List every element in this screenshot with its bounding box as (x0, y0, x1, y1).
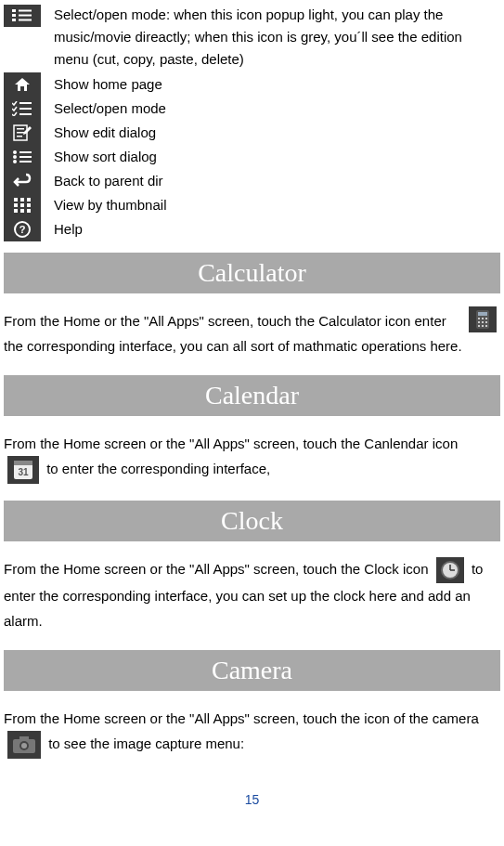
clock-app-icon (436, 557, 464, 583)
svg-rect-31 (478, 312, 487, 316)
svg-rect-20 (20, 198, 24, 202)
svg-rect-36 (482, 321, 484, 323)
svg-rect-32 (478, 318, 480, 319)
toolbar-item-label: Help (48, 219, 500, 241)
svg-rect-3 (19, 10, 32, 12)
svg-rect-38 (478, 325, 480, 327)
help-icon: ? (4, 217, 41, 241)
icon-cell (4, 4, 48, 28)
svg-rect-1 (12, 14, 16, 17)
svg-rect-6 (19, 102, 32, 104)
svg-rect-21 (27, 198, 31, 202)
section-body-clock: From the Home screen or the "All Apps" s… (0, 551, 504, 639)
sort-icon (4, 145, 41, 169)
svg-rect-42 (14, 461, 32, 465)
toolbar-item-label: View by thumbnail (48, 195, 500, 216)
camera-text-post: to see the image capture menu: (48, 735, 244, 751)
section-header-clock: Clock (4, 501, 500, 541)
svg-rect-22 (14, 203, 18, 207)
svg-text:31: 31 (18, 467, 29, 477)
select-open-mode-icon (4, 5, 41, 27)
svg-rect-27 (27, 209, 31, 213)
svg-rect-5 (19, 20, 32, 21)
calculator-app-icon (469, 306, 497, 332)
svg-point-13 (13, 150, 17, 154)
svg-rect-39 (482, 325, 484, 327)
section-header-camera: Camera (4, 650, 500, 691)
svg-rect-49 (19, 736, 29, 740)
svg-rect-34 (485, 318, 487, 319)
section-body-camera: From the Home screen or the "All Apps" s… (0, 700, 504, 764)
list-check-icon (4, 97, 41, 121)
toolbar-icon-list: Show home page Select/open mode (0, 72, 504, 241)
section-body-calculator: From the Home or the "All Apps" screen, … (0, 303, 504, 364)
page-number: 15 (0, 792, 504, 814)
calendar-text-pre: From the Home screen or the "All Apps" s… (4, 436, 458, 451)
calculator-text-pre: From the Home or the "All Apps" screen, … (4, 313, 410, 329)
svg-rect-19 (14, 198, 18, 202)
svg-rect-18 (19, 161, 32, 163)
svg-rect-0 (12, 9, 16, 12)
toolbar-item-back: Back to parent dir (0, 169, 504, 193)
toolbar-item-sort: Show sort dialog (0, 145, 504, 169)
svg-rect-35 (478, 321, 480, 323)
svg-rect-7 (19, 108, 32, 110)
section-header-calculator: Calculator (4, 253, 500, 293)
svg-rect-23 (20, 203, 24, 207)
svg-rect-11 (17, 132, 24, 134)
toolbar-item-label: Select/open mode (48, 98, 500, 120)
svg-rect-25 (14, 209, 18, 213)
toolbar-item-label: Show edit dialog (48, 123, 500, 144)
svg-rect-16 (19, 151, 32, 153)
select-open-mode-description: Select/open mode: when this icon popup l… (48, 4, 500, 71)
svg-rect-12 (17, 136, 22, 137)
svg-rect-10 (17, 128, 24, 130)
svg-rect-26 (20, 209, 24, 213)
camera-text-pre: From the Home screen or the "All Apps" s… (4, 710, 479, 726)
toolbar-item-edit: Show edit dialog (0, 121, 504, 145)
toolbar-item-label: Show sort dialog (48, 147, 500, 168)
svg-rect-24 (27, 203, 31, 207)
select-open-mode-description-row: Select/open mode: when this icon popup l… (0, 4, 504, 71)
svg-rect-40 (485, 325, 487, 327)
svg-text:?: ? (19, 224, 26, 235)
svg-point-15 (13, 160, 17, 163)
clock-text-pre: From the Home screen or the "All Apps" s… (4, 561, 429, 577)
back-icon (4, 169, 41, 193)
svg-rect-8 (19, 113, 32, 115)
svg-rect-17 (19, 156, 32, 158)
calendar-text-post: to enter the corresponding interface, (46, 461, 270, 476)
toolbar-item-label: Show home page (48, 74, 500, 96)
svg-rect-33 (482, 318, 484, 319)
toolbar-item-thumbnail: View by thumbnail (0, 193, 504, 217)
home-icon (4, 72, 41, 97)
calendar-app-icon: 31 (7, 456, 39, 484)
svg-rect-2 (12, 19, 16, 21)
grid-icon (4, 193, 41, 217)
svg-rect-37 (485, 321, 487, 323)
section-header-calendar: Calendar (4, 375, 500, 416)
svg-point-51 (21, 743, 27, 748)
toolbar-item-select-open: Select/open mode (0, 97, 504, 121)
toolbar-item-label: Back to parent dir (48, 171, 500, 192)
edit-icon (4, 121, 41, 145)
svg-rect-4 (19, 15, 32, 17)
svg-point-14 (13, 155, 17, 159)
camera-app-icon (7, 731, 41, 759)
toolbar-item-help: ? Help (0, 217, 504, 241)
toolbar-item-home: Show home page (0, 72, 504, 97)
section-body-calendar: From the Home screen or the "All Apps" s… (0, 425, 504, 489)
